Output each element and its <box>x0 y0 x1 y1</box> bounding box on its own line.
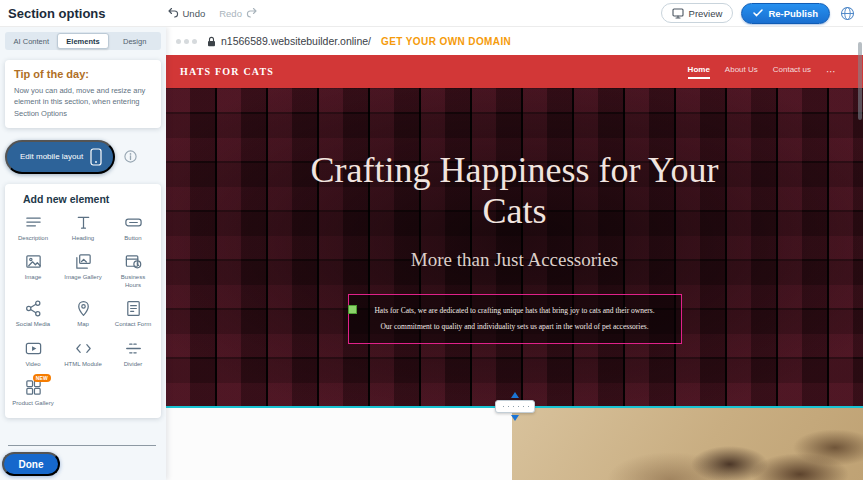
element-option-business-hours[interactable]: Business Hours <box>108 252 158 289</box>
hero-text-element-selected[interactable]: Hats for Cats, we are dedicated to craft… <box>348 294 682 344</box>
element-grid: Description Heading Button Image Image G… <box>8 213 158 408</box>
resize-arrow-down-icon <box>511 415 519 421</box>
site-url: n1566589.websitebuilder.online/ <box>221 35 371 47</box>
hero-body-line1: Hats for Cats, we are dedicated to craft… <box>355 303 675 319</box>
tip-body: Now you can add, move and resize any ele… <box>14 85 152 119</box>
element-option-social-media[interactable]: Social Media <box>8 299 58 329</box>
hero-subheading[interactable]: More than Just Accessories <box>166 249 863 271</box>
map-pin-icon <box>74 299 93 318</box>
done-button[interactable]: Done <box>2 452 60 476</box>
add-element-title: Add new element <box>23 193 158 205</box>
history-controls: Undo Redo <box>168 8 257 19</box>
element-option-divider[interactable]: Divider <box>108 339 158 369</box>
lock-icon <box>207 36 216 47</box>
code-icon <box>74 339 93 358</box>
top-toolbar: Section options Undo Redo Preview Re-Pub… <box>0 0 863 27</box>
element-option-map[interactable]: Map <box>58 299 108 329</box>
toolbar-actions: Preview Re-Publish <box>661 3 855 24</box>
undo-button[interactable]: Undo <box>168 8 206 19</box>
element-option-contact-form[interactable]: Contact Form <box>108 299 158 329</box>
undo-icon <box>168 8 179 18</box>
globe-icon <box>840 6 855 21</box>
button-icon <box>124 213 143 232</box>
element-option-heading[interactable]: Heading <box>58 213 108 243</box>
element-option-video[interactable]: Video <box>8 339 58 369</box>
info-icon <box>124 150 137 163</box>
add-new-element-card: Add new element Description Heading Butt… <box>5 184 161 418</box>
resize-arrow-up-icon <box>511 392 519 398</box>
video-icon <box>24 339 43 358</box>
edit-mobile-layout-button[interactable]: Edit mobile layout <box>5 140 115 174</box>
redo-button[interactable]: Redo <box>219 8 257 19</box>
element-option-html-module[interactable]: HTML Module <box>58 339 108 369</box>
text-lines-icon <box>24 213 43 232</box>
element-option-description[interactable]: Description <box>8 213 58 243</box>
resize-grip <box>495 400 535 413</box>
vertical-scrollbar[interactable] <box>858 42 862 120</box>
tab-elements[interactable]: Elements <box>57 33 110 49</box>
page-title: Section options <box>8 6 106 21</box>
hero-heading[interactable]: Crafting Happiness for Your Cats <box>290 150 740 231</box>
element-drag-handle[interactable] <box>348 305 357 314</box>
site-nav: Home About Us Contact us ⋯ <box>688 65 837 79</box>
image-gallery-icon <box>74 252 93 271</box>
info-button[interactable] <box>124 150 137 163</box>
hero-section[interactable]: Crafting Happiness for Your Cats More th… <box>166 88 863 406</box>
grip-dots-icon <box>501 404 529 409</box>
business-hours-icon <box>124 252 143 271</box>
nav-home[interactable]: Home <box>688 65 710 79</box>
sidebar-divider <box>8 445 156 446</box>
check-icon <box>753 9 763 17</box>
next-section[interactable] <box>166 406 863 480</box>
share-icon <box>24 299 43 318</box>
element-option-image-gallery[interactable]: Image Gallery <box>58 252 108 289</box>
window-dots <box>176 39 197 44</box>
kittens-sand-image[interactable] <box>512 408 863 480</box>
element-option-image[interactable]: Image <box>8 252 58 289</box>
tip-title: Tip of the day: <box>14 68 152 80</box>
image-icon <box>24 252 43 271</box>
nav-more-button[interactable]: ⋯ <box>826 66 837 77</box>
new-badge: NEW <box>33 374 51 382</box>
mobile-layout-row: Edit mobile layout <box>5 140 161 174</box>
hero-body-line2: Our commitment to quality and individual… <box>355 319 675 335</box>
site-preview-canvas: n1566589.websitebuilder.online/ GET YOUR… <box>166 27 863 480</box>
tab-design[interactable]: Design <box>109 33 160 49</box>
tip-of-the-day-card: Tip of the day: Now you can add, move an… <box>5 60 161 128</box>
browser-address-bar: n1566589.websitebuilder.online/ GET YOUR… <box>166 27 863 55</box>
element-option-product-gallery[interactable]: NEW Product Gallery <box>8 378 58 408</box>
heading-icon <box>74 213 93 232</box>
divider-icon <box>124 339 143 358</box>
nav-contact-us[interactable]: Contact us <box>773 65 811 79</box>
sidebar-tabs: AI Content Elements Design <box>5 32 161 50</box>
get-domain-link[interactable]: GET YOUR OWN DOMAIN <box>381 36 511 47</box>
preview-button[interactable]: Preview <box>661 3 734 23</box>
element-option-button[interactable]: Button <box>108 213 158 243</box>
redo-icon <box>246 8 257 18</box>
section-options-sidebar: AI Content Elements Design Tip of the da… <box>0 27 166 480</box>
phone-icon <box>90 148 102 166</box>
contact-form-icon <box>124 299 143 318</box>
language-globe-button[interactable] <box>840 6 855 21</box>
tab-ai-content[interactable]: AI Content <box>6 33 57 49</box>
hero-content: Crafting Happiness for Your Cats More th… <box>166 88 863 344</box>
site-header[interactable]: HATS FOR CATS Home About Us Contact us ⋯ <box>166 55 863 88</box>
app-window: Section options Undo Redo Preview Re-Pub… <box>0 0 863 480</box>
monitor-icon <box>672 8 684 19</box>
section-resize-handle[interactable] <box>495 400 535 413</box>
nav-about-us[interactable]: About Us <box>725 65 758 79</box>
site-logo[interactable]: HATS FOR CATS <box>180 66 274 77</box>
republish-button[interactable]: Re-Publish <box>741 3 830 24</box>
